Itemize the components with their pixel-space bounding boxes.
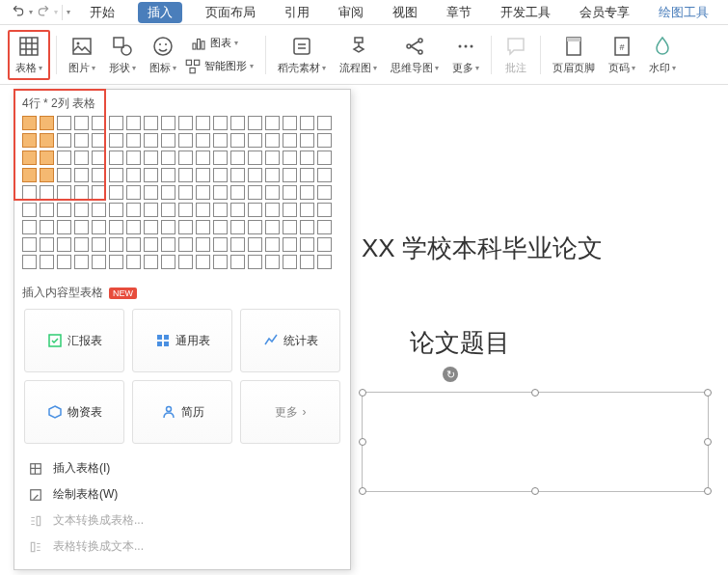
grid-cell[interactable] — [161, 220, 175, 234]
grid-cell[interactable] — [92, 185, 106, 200]
grid-cell[interactable] — [161, 133, 175, 148]
grid-cell[interactable] — [248, 237, 262, 252]
resize-handle[interactable] — [359, 438, 366, 446]
grid-cell[interactable] — [230, 116, 245, 130]
resize-handle[interactable] — [704, 438, 712, 446]
ribbon-header-footer[interactable]: 页眉页脚 — [547, 30, 601, 80]
grid-cell[interactable] — [57, 185, 71, 200]
ribbon-more[interactable]: 更多▾ — [446, 30, 485, 80]
ribbon-icons[interactable]: 图标▾ — [144, 30, 182, 80]
grid-cell[interactable] — [178, 133, 193, 148]
grid-cell[interactable] — [22, 151, 37, 165]
tab-review[interactable]: 审阅 — [333, 2, 369, 23]
grid-cell[interactable] — [22, 133, 37, 148]
grid-cell[interactable] — [213, 220, 228, 234]
template-general[interactable]: 通用表 — [132, 309, 232, 372]
grid-cell[interactable] — [40, 133, 54, 148]
grid-cell[interactable] — [22, 237, 37, 252]
grid-cell[interactable] — [57, 255, 71, 269]
tab-insert[interactable]: 插入 — [138, 2, 182, 23]
grid-cell[interactable] — [92, 220, 106, 234]
grid-cell[interactable] — [265, 185, 280, 200]
grid-cell[interactable] — [74, 116, 89, 130]
grid-cell[interactable] — [92, 203, 106, 217]
grid-cell[interactable] — [57, 203, 71, 217]
grid-cell[interactable] — [74, 151, 89, 165]
grid-cell[interactable] — [196, 203, 210, 217]
grid-cell[interactable] — [265, 220, 280, 234]
tab-references[interactable]: 引用 — [279, 2, 315, 23]
resize-handle[interactable] — [704, 487, 712, 495]
grid-cell[interactable] — [144, 255, 158, 269]
grid-cell[interactable] — [248, 168, 262, 182]
grid-cell[interactable] — [126, 185, 141, 200]
grid-cell[interactable] — [92, 151, 106, 165]
grid-cell[interactable] — [22, 203, 37, 217]
template-resume[interactable]: 简历 — [132, 380, 232, 444]
grid-cell[interactable] — [74, 203, 89, 217]
grid-cell[interactable] — [265, 255, 280, 269]
tab-member[interactable]: 会员专享 — [574, 2, 635, 23]
grid-cell[interactable] — [178, 203, 193, 217]
grid-cell[interactable] — [230, 255, 245, 269]
grid-cell[interactable] — [213, 185, 228, 200]
grid-cell[interactable] — [57, 220, 71, 234]
grid-cell[interactable] — [109, 255, 123, 269]
grid-cell[interactable] — [22, 255, 37, 269]
grid-cell[interactable] — [317, 116, 332, 130]
grid-cell[interactable] — [178, 168, 193, 182]
grid-cell[interactable] — [40, 237, 54, 252]
ribbon-chart[interactable]: 图表▾ — [184, 31, 244, 56]
grid-cell[interactable] — [126, 220, 141, 234]
grid-cell[interactable] — [74, 220, 89, 234]
grid-cell[interactable] — [161, 168, 175, 182]
tab-page-layout[interactable]: 页面布局 — [200, 2, 261, 23]
grid-cell[interactable] — [317, 237, 332, 252]
grid-cell[interactable] — [283, 237, 297, 252]
grid-cell[interactable] — [283, 203, 297, 217]
grid-cell[interactable] — [248, 133, 262, 148]
tab-view[interactable]: 视图 — [387, 2, 423, 23]
grid-cell[interactable] — [40, 203, 54, 217]
grid-cell[interactable] — [283, 255, 297, 269]
grid-cell[interactable] — [74, 168, 89, 182]
ribbon-flowchart[interactable]: 流程图▾ — [334, 30, 383, 80]
template-report[interactable]: 汇报表 — [24, 309, 124, 372]
grid-cell[interactable] — [230, 185, 245, 200]
grid-cell[interactable] — [161, 185, 175, 200]
grid-cell[interactable] — [178, 116, 193, 130]
grid-cell[interactable] — [57, 168, 71, 182]
grid-cell[interactable] — [178, 151, 193, 165]
grid-cell[interactable] — [109, 203, 123, 217]
grid-cell[interactable] — [161, 255, 175, 269]
grid-cell[interactable] — [74, 185, 89, 200]
template-stats[interactable]: 统计表 — [240, 309, 340, 372]
grid-cell[interactable] — [317, 133, 332, 148]
grid-cell[interactable] — [40, 185, 54, 200]
grid-cell[interactable] — [74, 255, 89, 269]
resize-handle[interactable] — [704, 389, 712, 397]
grid-cell[interactable] — [248, 116, 262, 130]
grid-cell[interactable] — [144, 168, 158, 182]
resize-handle[interactable] — [531, 389, 539, 397]
grid-cell[interactable] — [230, 237, 245, 252]
grid-cell[interactable] — [248, 151, 262, 165]
grid-cell[interactable] — [74, 237, 89, 252]
grid-cell[interactable] — [178, 255, 193, 269]
grid-cell[interactable] — [196, 220, 210, 234]
template-more[interactable]: 更多 › — [240, 380, 340, 444]
grid-cell[interactable] — [22, 220, 37, 234]
grid-cell[interactable] — [161, 203, 175, 217]
grid-cell[interactable] — [57, 133, 71, 148]
grid-cell[interactable] — [213, 237, 228, 252]
grid-cell[interactable] — [317, 220, 332, 234]
grid-cell[interactable] — [196, 255, 210, 269]
grid-cell[interactable] — [92, 237, 106, 252]
grid-cell[interactable] — [178, 185, 193, 200]
ribbon-table[interactable]: 表格▾ — [8, 30, 50, 80]
grid-cell[interactable] — [178, 220, 193, 234]
grid-cell[interactable] — [144, 185, 158, 200]
grid-cell[interactable] — [40, 151, 54, 165]
grid-cell[interactable] — [230, 151, 245, 165]
grid-cell[interactable] — [74, 133, 89, 148]
